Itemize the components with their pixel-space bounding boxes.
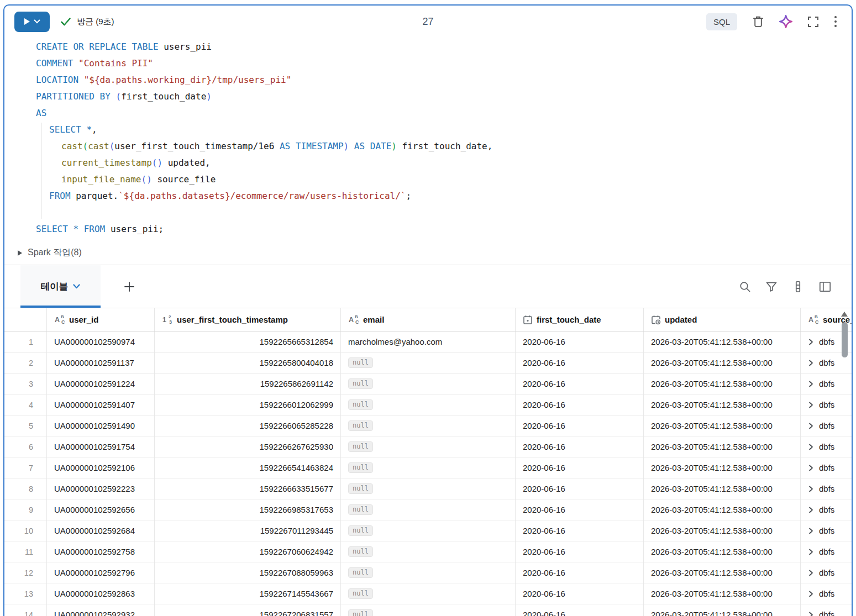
search-results-button[interactable]: [739, 281, 751, 293]
table-row[interactable]: 10UA0000001025926841592267011293445null2…: [4, 520, 852, 541]
table-cell[interactable]: null: [341, 415, 516, 436]
table-cell[interactable]: 1592265800404018: [155, 352, 341, 373]
code-editor[interactable]: CREATE OR REPLACE TABLE users_piiCOMMENT…: [4, 38, 852, 241]
table-cell[interactable]: null: [341, 457, 516, 478]
code-line[interactable]: CREATE OR REPLACE TABLE users_pii: [4, 39, 852, 55]
scroll-up-arrow-icon[interactable]: [841, 312, 848, 317]
table-row[interactable]: 3UA0000001025912241592265862691142null20…: [4, 373, 852, 394]
table-cell[interactable]: null: [341, 499, 516, 520]
table-cell[interactable]: 1592267206831557: [155, 604, 341, 616]
expand-value-chevron-icon[interactable]: [808, 381, 814, 387]
expand-value-chevron-icon[interactable]: [808, 549, 814, 555]
code-line[interactable]: SELECT *,: [4, 122, 852, 138]
table-cell[interactable]: 2026-03-20T05:41:12.538+00:00: [644, 499, 801, 520]
table-cell[interactable]: 2026-03-20T05:41:12.538+00:00: [644, 541, 801, 562]
row-number[interactable]: 12: [4, 562, 47, 583]
row-number[interactable]: 6: [4, 436, 47, 457]
code-line[interactable]: PARTITIONED BY (first_touch_date): [4, 88, 852, 105]
table-row[interactable]: 2UA0000001025911371592265800404018null20…: [4, 352, 852, 373]
table-row[interactable]: 1UA0000001025909741592265665312854marcho…: [4, 331, 852, 352]
table-cell[interactable]: null: [341, 352, 516, 373]
code-line[interactable]: [4, 204, 852, 221]
table-cell[interactable]: UA000000102591407: [47, 394, 155, 415]
table-cell[interactable]: 1592266267625930: [155, 436, 341, 457]
table-cell[interactable]: 2026-03-20T05:41:12.538+00:00: [644, 394, 801, 415]
expand-value-chevron-icon[interactable]: [808, 465, 814, 471]
table-cell[interactable]: 1592265665312854: [155, 331, 341, 352]
table-row[interactable]: 6UA0000001025917541592266267625930null20…: [4, 436, 852, 457]
table-row[interactable]: 7UA0000001025921061592266541463824null20…: [4, 457, 852, 478]
table-cell[interactable]: 1592267011293445: [155, 520, 341, 541]
table-cell[interactable]: 2020-06-16: [516, 394, 644, 415]
expand-value-chevron-icon[interactable]: [808, 570, 814, 576]
table-cell[interactable]: 2020-06-16: [516, 562, 644, 583]
table-cell[interactable]: 2026-03-20T05:41:12.538+00:00: [644, 415, 801, 436]
row-number[interactable]: 11: [4, 541, 47, 562]
code-line[interactable]: SELECT * FROM users_pii;: [4, 221, 852, 238]
code-line[interactable]: input_file_name() source_file: [4, 171, 852, 188]
table-cell[interactable]: 1592266541463824: [155, 457, 341, 478]
row-number[interactable]: 7: [4, 457, 47, 478]
side-panel-button[interactable]: [818, 281, 832, 293]
table-cell[interactable]: UA000000102592796: [47, 562, 155, 583]
code-line[interactable]: AS: [4, 105, 852, 122]
tab-chevron-down-icon[interactable]: [73, 284, 80, 289]
code-line[interactable]: LOCATION "${da.paths.working_dir}/tmp/us…: [4, 72, 852, 88]
table-row[interactable]: 4UA0000001025914071592266012062999null20…: [4, 394, 852, 415]
table-row[interactable]: 5UA0000001025914901592266065285228null20…: [4, 415, 852, 436]
add-visualization-button[interactable]: [124, 281, 135, 292]
table-cell[interactable]: 2026-03-20T05:41:12.538+00:00: [644, 604, 801, 616]
vertical-scrollbar[interactable]: [840, 309, 849, 616]
table-cell[interactable]: 2020-06-16: [516, 604, 644, 616]
table-cell[interactable]: UA000000102592932: [47, 604, 155, 616]
table-cell[interactable]: null: [341, 373, 516, 394]
table-cell[interactable]: UA000000102591490: [47, 415, 155, 436]
table-cell[interactable]: 2020-06-16: [516, 520, 644, 541]
expand-value-chevron-icon[interactable]: [808, 339, 814, 345]
code-line[interactable]: current_timestamp() updated,: [4, 155, 852, 171]
table-cell[interactable]: null: [341, 583, 516, 604]
row-number[interactable]: 9: [4, 499, 47, 520]
table-cell[interactable]: null: [341, 478, 516, 499]
table-row[interactable]: 12UA0000001025927961592267088059963null2…: [4, 562, 852, 583]
table-cell[interactable]: 1592267060624942: [155, 541, 341, 562]
table-cell[interactable]: 2020-06-16: [516, 373, 644, 394]
expand-value-chevron-icon[interactable]: [808, 507, 814, 513]
row-number[interactable]: 14: [4, 604, 47, 616]
spark-jobs-toggle[interactable]: Spark 작업(8): [4, 241, 852, 265]
table-cell[interactable]: 2020-06-16: [516, 541, 644, 562]
table-cell[interactable]: 2020-06-16: [516, 478, 644, 499]
header-user-first-touch-timestamp[interactable]: 123 user_first_touch_timestamp: [155, 308, 341, 331]
table-row[interactable]: 11UA0000001025927581592267060624942null2…: [4, 541, 852, 562]
expand-value-chevron-icon[interactable]: [808, 528, 814, 534]
table-cell[interactable]: UA000000102591224: [47, 373, 155, 394]
expand-value-chevron-icon[interactable]: [808, 423, 814, 429]
table-row[interactable]: 14UA0000001025929321592267206831557null2…: [4, 604, 852, 616]
table-cell[interactable]: UA000000102592223: [47, 478, 155, 499]
table-cell[interactable]: UA000000102592758: [47, 541, 155, 562]
table-cell[interactable]: 2026-03-20T05:41:12.538+00:00: [644, 373, 801, 394]
row-number[interactable]: 13: [4, 583, 47, 604]
table-cell[interactable]: 2026-03-20T05:41:12.538+00:00: [644, 436, 801, 457]
expand-value-chevron-icon[interactable]: [808, 360, 814, 366]
table-cell[interactable]: UA000000102592684: [47, 520, 155, 541]
table-cell[interactable]: UA000000102592656: [47, 499, 155, 520]
table-cell[interactable]: 1592266065285228: [155, 415, 341, 436]
table-cell[interactable]: 1592266633515677: [155, 478, 341, 499]
table-cell[interactable]: 1592267145543667: [155, 583, 341, 604]
table-cell[interactable]: 1592266985317653: [155, 499, 341, 520]
expand-value-chevron-icon[interactable]: [808, 486, 814, 492]
table-cell[interactable]: 2026-03-20T05:41:12.538+00:00: [644, 520, 801, 541]
expand-value-chevron-icon[interactable]: [808, 612, 814, 616]
table-cell[interactable]: 2026-03-20T05:41:12.538+00:00: [644, 457, 801, 478]
table-cell[interactable]: null: [341, 520, 516, 541]
filter-results-button[interactable]: [765, 281, 778, 293]
header-first-touch-date[interactable]: first_touch_date: [516, 308, 644, 331]
code-line[interactable]: cast(cast(user_first_touch_timestamp/1e6…: [4, 138, 852, 155]
table-cell[interactable]: 2020-06-16: [516, 499, 644, 520]
expand-value-chevron-icon[interactable]: [808, 591, 814, 597]
table-cell[interactable]: 2026-03-20T05:41:12.538+00:00: [644, 562, 801, 583]
row-number[interactable]: 1: [4, 331, 47, 352]
table-cell[interactable]: 2020-06-16: [516, 436, 644, 457]
table-cell[interactable]: UA000000102591754: [47, 436, 155, 457]
